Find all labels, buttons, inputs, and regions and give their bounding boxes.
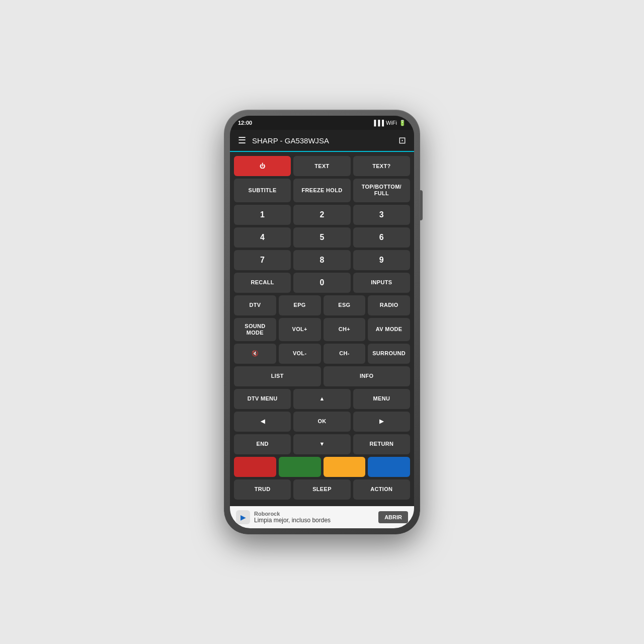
ch-plus-button[interactable]: CH+ [324,318,366,341]
info-button[interactable]: INFO [324,366,411,386]
text-button[interactable]: TEXT [293,156,350,176]
red-button[interactable] [234,457,276,477]
freeze-hold-button[interactable]: FREEZE HOLD [293,179,350,202]
return-button[interactable]: RETURN [353,434,410,454]
status-icons: ▐▐▐ WiFi 🔋 [372,120,406,126]
row-123: 1 2 3 [234,205,410,225]
wifi-icon: WiFi [386,120,397,126]
ad-description: Limpia mejor, incluso bordes [254,517,331,524]
header-left: ☰ SHARP - GA538WJSA [238,135,329,146]
phone-screen: 12:00 ▐▐▐ WiFi 🔋 ☰ SHARP - GA538WJSA ⊡ ⏻… [230,116,414,528]
num6-button[interactable]: 6 [353,227,410,248]
row-trud: TRUD SLEEP ACTION [234,479,410,500]
num4-button[interactable]: 4 [234,227,291,248]
vol-minus-button[interactable]: VOL- [279,344,321,364]
row-list-info: LIST INFO [234,366,410,386]
esg-button[interactable]: ESG [324,295,366,315]
num7-button[interactable]: 7 [234,250,291,270]
left-button[interactable]: ◀ [234,412,291,432]
num2-button[interactable]: 2 [293,205,350,225]
top-bottom-full-button[interactable]: TOP/BOTTOM/ FULL [353,179,410,202]
ad-logo: ▶ [236,510,250,524]
ad-banner: ▶ Roborock Limpia mejor, incluso bordes … [230,506,414,528]
num3-button[interactable]: 3 [353,205,410,225]
ad-brand: Roborock [254,511,331,517]
mute-icon: 🔇 [252,350,259,357]
cast-icon[interactable]: ⊡ [398,135,406,146]
yellow-button[interactable] [324,457,366,477]
app-header: ☰ SHARP - GA538WJSA ⊡ [230,130,414,152]
surround-button[interactable]: SURROUND [368,344,410,364]
status-bar: 12:00 ▐▐▐ WiFi 🔋 [230,116,414,130]
ok-button[interactable]: OK [293,412,350,432]
hamburger-icon[interactable]: ☰ [238,135,246,146]
list-button[interactable]: LIST [234,366,321,386]
num1-button[interactable]: 1 [234,205,291,225]
row-top: ⏻ TEXT TEXT? [234,156,410,176]
trud-button[interactable]: TRUD [234,479,291,500]
row-456: 4 5 6 [234,227,410,248]
epg-button[interactable]: EPG [279,295,321,315]
power-icon: ⏻ [260,163,265,170]
row-nav-mid: ◀ OK ▶ [234,412,410,432]
row-nav-bot: END ▼ RETURN [234,434,410,454]
row-vol-up: SOUND MODE VOL+ CH+ AV MODE [234,318,410,341]
right-button[interactable]: ▶ [353,412,410,432]
status-time: 12:00 [238,120,252,126]
power-button[interactable]: ⏻ [234,156,291,176]
num9-button[interactable]: 9 [353,250,410,270]
ad-left: ▶ Roborock Limpia mejor, incluso bordes [236,510,331,524]
action-button[interactable]: ACTION [353,479,410,500]
menu-button[interactable]: MENU [353,389,410,409]
down-button[interactable]: ▼ [293,434,350,454]
ad-text: Roborock Limpia mejor, incluso bordes [254,511,331,524]
ad-cta-button[interactable]: ABRIR [378,511,408,523]
mute-button[interactable]: 🔇 [234,344,276,364]
dtv-button[interactable]: DTV [234,295,276,315]
text2-button[interactable]: TEXT? [353,156,410,176]
row-vol-down: 🔇 VOL- CH- SURROUND [234,344,410,364]
row-789: 7 8 9 [234,250,410,270]
remote-body: ⏻ TEXT TEXT? SUBTITLE FREEZE HOLD TOP/BO… [230,152,414,506]
row-recall: RECALL 0 INPUTS [234,273,410,293]
row-subtitle: SUBTITLE FREEZE HOLD TOP/BOTTOM/ FULL [234,179,410,202]
signal-icon: ▐▐▐ [372,120,384,126]
av-mode-button[interactable]: AV MODE [368,318,410,341]
sleep-button[interactable]: SLEEP [293,479,350,500]
end-button[interactable]: END [234,434,291,454]
blue-button[interactable] [368,457,410,477]
phone-frame: 12:00 ▐▐▐ WiFi 🔋 ☰ SHARP - GA538WJSA ⊡ ⏻… [224,110,420,534]
green-button[interactable] [279,457,321,477]
ch-minus-button[interactable]: CH- [324,344,366,364]
app-title: SHARP - GA538WJSA [252,136,329,145]
subtitle-button[interactable]: SUBTITLE [234,179,291,202]
num0-button[interactable]: 0 [293,273,350,293]
num5-button[interactable]: 5 [293,227,350,248]
num8-button[interactable]: 8 [293,250,350,270]
dtv-menu-button[interactable]: DTV MENU [234,389,291,409]
vol-plus-button[interactable]: VOL+ [279,318,321,341]
row-dtv: DTV EPG ESG RADIO [234,295,410,315]
sound-mode-button[interactable]: SOUND MODE [234,318,276,341]
row-nav-top: DTV MENU ▲ MENU [234,389,410,409]
row-color-buttons [234,457,410,477]
recall-button[interactable]: RECALL [234,273,291,293]
up-button[interactable]: ▲ [293,389,350,409]
inputs-button[interactable]: INPUTS [353,273,410,293]
radio-button[interactable]: RADIO [368,295,410,315]
battery-icon: 🔋 [399,120,406,126]
